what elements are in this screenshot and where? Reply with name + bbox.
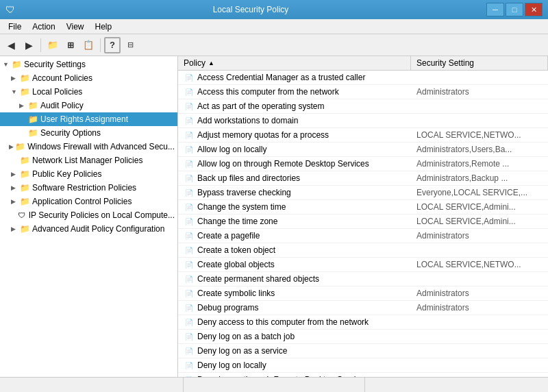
sort-arrow-icon: ▲ bbox=[208, 60, 214, 66]
toolbar-separator-1 bbox=[40, 38, 41, 52]
list-item[interactable]: 📄 Create symbolic links Administrators bbox=[178, 286, 548, 301]
list-item[interactable]: 📄 Create permanent shared objects bbox=[178, 272, 548, 286]
tree-label: Local Policies bbox=[32, 87, 82, 97]
policy-icon: 📄 bbox=[184, 173, 195, 184]
expand-icon[interactable]: ▶ bbox=[11, 75, 19, 82]
list-item[interactable]: 📄 Deny log on as a batch job bbox=[178, 330, 548, 344]
list-item[interactable]: 📄 Create a token object bbox=[178, 243, 548, 258]
expand-icon[interactable]: ▶ bbox=[11, 198, 19, 205]
window-title: Local Security Policy bbox=[15, 5, 486, 14]
status-bar bbox=[0, 377, 548, 392]
list-item[interactable]: 📄 Add workstations to domain bbox=[178, 114, 548, 128]
folder-icon: 📁 bbox=[15, 141, 25, 152]
policy-icon: 📄 bbox=[184, 158, 195, 169]
folder-icon: 📁 bbox=[27, 114, 38, 125]
tree-item-advanced-audit[interactable]: ▶ 📁 Advanced Audit Policy Configuration bbox=[0, 222, 177, 236]
policy-icon: 📄 bbox=[184, 302, 195, 313]
menu-view[interactable]: View bbox=[61, 21, 90, 33]
tree-label: Account Policies bbox=[32, 73, 92, 83]
toolbar: ◀ ▶ 📁 ⊞ 📋 ? ⊟ bbox=[0, 34, 548, 56]
close-button[interactable]: ✕ bbox=[525, 3, 543, 16]
folder-icon: 📁 bbox=[19, 73, 30, 84]
list-item[interactable]: 📄 Deny log on through Remote Desktop Ser… bbox=[178, 373, 548, 377]
folder-button[interactable]: 📁 bbox=[45, 37, 61, 53]
list-item[interactable]: 📄 Allow log on through Remote Desktop Se… bbox=[178, 157, 548, 171]
app-icon: 🛡 bbox=[5, 4, 15, 15]
list-item[interactable]: 📄 Create a pagefile Administrators bbox=[178, 229, 548, 243]
right-panel: Policy ▲ Security Setting 📄 Access Crede… bbox=[178, 56, 548, 377]
tree-item-local-policies[interactable]: ▼ 📁 Local Policies bbox=[0, 85, 177, 99]
policy-icon: 📄 bbox=[184, 144, 195, 155]
tree-label: Audit Policy bbox=[40, 101, 84, 110]
list-item[interactable]: 📄 Deny log on as a service bbox=[178, 344, 548, 358]
menu-help[interactable]: Help bbox=[90, 21, 118, 33]
tree-item-software-restriction[interactable]: ▶ 📁 Software Restriction Policies bbox=[0, 181, 177, 195]
list-item[interactable]: 📄 Adjust memory quotas for a process LOC… bbox=[178, 128, 548, 143]
policy-icon: 📄 bbox=[184, 216, 195, 227]
help-button[interactable]: ? bbox=[104, 37, 121, 53]
policy-icon: 📄 bbox=[184, 331, 195, 342]
folder-icon: 📁 bbox=[19, 196, 30, 207]
tree-item-account-policies[interactable]: ▶ 📁 Account Policies bbox=[0, 71, 177, 85]
policy-icon: 📄 bbox=[184, 374, 195, 377]
list-item[interactable]: 📄 Change the system time LOCAL SERVICE,A… bbox=[178, 200, 548, 215]
view-button[interactable]: ⊟ bbox=[122, 37, 138, 53]
status-section-1 bbox=[3, 378, 184, 392]
tree-item-network-list[interactable]: 📁 Network List Manager Policies bbox=[0, 154, 177, 167]
list-item[interactable]: 📄 Change the time zone LOCAL SERVICE,Adm… bbox=[178, 215, 548, 229]
forward-button[interactable]: ▶ bbox=[21, 37, 37, 53]
policy-icon: 📄 bbox=[184, 245, 195, 256]
policy-icon: 📄 bbox=[184, 360, 195, 371]
expand-icon[interactable]: ▶ bbox=[11, 184, 19, 191]
list-header: Policy ▲ Security Setting bbox=[178, 56, 548, 71]
column-header-security-setting[interactable]: Security Setting bbox=[411, 56, 548, 70]
expand-icon[interactable]: ▶ bbox=[19, 102, 27, 109]
list-item[interactable]: 📄 Back up files and directories Administ… bbox=[178, 171, 548, 186]
tree-panel: ▼ 📁 Security Settings ▶ 📁 Account Polici… bbox=[0, 56, 178, 377]
expand-icon[interactable]: ▶ bbox=[11, 225, 19, 232]
tree-item-security-options[interactable]: 📁 Security Options bbox=[0, 126, 177, 140]
list-item[interactable]: 📄 Bypass traverse checking Everyone,LOCA… bbox=[178, 186, 548, 200]
list-item[interactable]: 📄 Deny access to this computer from the … bbox=[178, 315, 548, 330]
expand-icon[interactable]: ▶ bbox=[9, 143, 15, 150]
expand-icon[interactable]: ▶ bbox=[11, 171, 19, 177]
list-item[interactable]: 📄 Deny log on locally bbox=[178, 358, 548, 373]
folder-icon: 📁 bbox=[27, 127, 38, 138]
tree-item-ip-security[interactable]: 🛡 IP Security Policies on Local Compute.… bbox=[0, 208, 177, 222]
folder-icon: 📁 bbox=[19, 223, 30, 234]
policy-icon: 📄 bbox=[184, 115, 195, 126]
tree-item-windows-firewall[interactable]: ▶ 📁 Windows Firewall with Advanced Secu.… bbox=[0, 140, 177, 154]
shield-icon: 🛡 bbox=[17, 210, 27, 221]
folder-icon: 📁 bbox=[19, 86, 30, 97]
tree-label: Public Key Policies bbox=[32, 169, 101, 179]
column-header-policy[interactable]: Policy ▲ bbox=[178, 56, 411, 70]
show-hide-button[interactable]: ⊞ bbox=[62, 37, 79, 53]
policy-icon: 📄 bbox=[184, 273, 195, 284]
policy-icon: 📄 bbox=[184, 86, 195, 97]
folder-icon: 📁 bbox=[11, 59, 22, 70]
list-item[interactable]: 📄 Access Credential Manager as a trusted… bbox=[178, 71, 548, 85]
menu-file[interactable]: File bbox=[3, 21, 27, 33]
tree-item-user-rights-assignment[interactable]: 📁 User Rights Assignment bbox=[0, 112, 177, 126]
policy-icon: 📄 bbox=[184, 230, 195, 241]
maximize-button[interactable]: □ bbox=[506, 3, 523, 16]
policy-icon: 📄 bbox=[184, 345, 195, 356]
tree-item-audit-policy[interactable]: ▶ 📁 Audit Policy bbox=[0, 99, 177, 112]
tree-item-security-settings[interactable]: ▼ 📁 Security Settings bbox=[0, 58, 177, 71]
expand-icon[interactable]: ▼ bbox=[11, 88, 19, 95]
menu-action[interactable]: Action bbox=[27, 21, 60, 33]
tree-item-application-control[interactable]: ▶ 📁 Application Control Policies bbox=[0, 195, 177, 208]
tree-label: User Rights Assignment bbox=[40, 114, 128, 124]
tree-label: Network List Manager Policies bbox=[32, 156, 142, 165]
expand-icon[interactable]: ▼ bbox=[3, 61, 11, 68]
minimize-button[interactable]: ─ bbox=[486, 3, 504, 16]
tree-item-public-key[interactable]: ▶ 📁 Public Key Policies bbox=[0, 167, 177, 181]
list-item[interactable]: 📄 Debug programs Administrators bbox=[178, 301, 548, 315]
list-item[interactable]: 📄 Create global objects LOCAL SERVICE,NE… bbox=[178, 258, 548, 272]
list-item[interactable]: 📄 Act as part of the operating system bbox=[178, 99, 548, 114]
export-button[interactable]: 📋 bbox=[80, 37, 97, 53]
policy-icon: 📄 bbox=[184, 201, 195, 212]
list-item[interactable]: 📄 Access this computer from the network … bbox=[178, 85, 548, 99]
back-button[interactable]: ◀ bbox=[3, 37, 19, 53]
list-item[interactable]: 📄 Allow log on locally Administrators,Us… bbox=[178, 143, 548, 157]
